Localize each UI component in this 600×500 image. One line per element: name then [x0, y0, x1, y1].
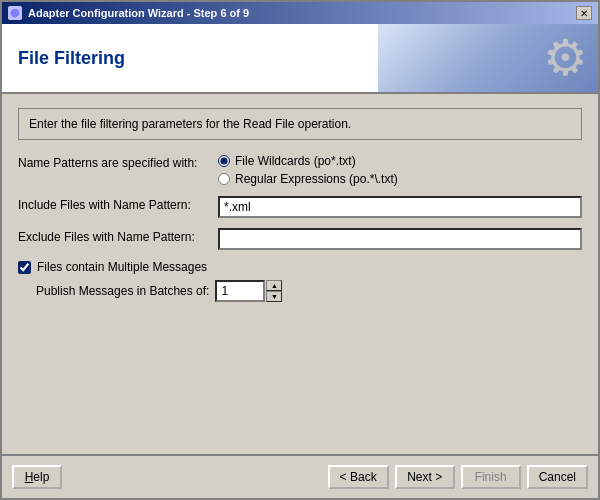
page-title: File Filtering [18, 48, 125, 69]
description-text: Enter the file filtering parameters for … [29, 117, 351, 131]
cancel-button[interactable]: Cancel [527, 465, 588, 489]
title-text: Adapter Configuration Wizard - Step 6 of… [28, 7, 249, 19]
header-area: File Filtering ⚙ [2, 24, 598, 94]
radio-regex[interactable]: Regular Expressions (po.*\.txt) [218, 172, 582, 186]
content-area: Enter the file filtering parameters for … [2, 94, 598, 454]
batch-size-input[interactable] [215, 280, 265, 302]
next-button[interactable]: Next > [395, 465, 455, 489]
radio-group: File Wildcards (po*.txt) Regular Express… [218, 154, 582, 186]
help-button[interactable]: Help [12, 465, 62, 489]
back-button[interactable]: < Back [328, 465, 389, 489]
title-bar-text: Adapter Configuration Wizard - Step 6 of… [8, 6, 249, 20]
include-label: Include Files with Name Pattern: [18, 196, 218, 212]
back-label: < Back [340, 470, 377, 484]
finish-label: Finish [475, 470, 507, 484]
name-patterns-row: Name Patterns are specified with: File W… [18, 154, 582, 186]
spinner-label: Publish Messages in Batches of: [36, 284, 209, 298]
footer-right: < Back Next > Finish Cancel [328, 465, 588, 489]
spinner-up-button[interactable]: ▲ [266, 280, 282, 291]
window-icon [8, 6, 22, 20]
cancel-label: Cancel [539, 470, 576, 484]
footer: Help < Back Next > Finish Cancel [2, 454, 598, 498]
multiple-messages-checkbox[interactable] [18, 261, 31, 274]
include-input[interactable] [218, 196, 582, 218]
spinner-down-button[interactable]: ▼ [266, 291, 282, 302]
radio-wildcards[interactable]: File Wildcards (po*.txt) [218, 154, 582, 168]
exclude-files-row: Exclude Files with Name Pattern: [18, 228, 582, 250]
description-box: Enter the file filtering parameters for … [18, 108, 582, 140]
title-bar-buttons: ✕ [576, 6, 592, 20]
radio-regex-input[interactable] [218, 173, 230, 185]
help-label: Help [25, 470, 50, 484]
footer-left: Help [12, 465, 62, 489]
radio-wildcards-label: File Wildcards (po*.txt) [235, 154, 356, 168]
include-files-row: Include Files with Name Pattern: [18, 196, 582, 218]
radio-regex-label: Regular Expressions (po.*\.txt) [235, 172, 398, 186]
title-bar: Adapter Configuration Wizard - Step 6 of… [2, 2, 598, 24]
exclude-label: Exclude Files with Name Pattern: [18, 228, 218, 244]
next-label: Next > [407, 470, 442, 484]
name-patterns-label: Name Patterns are specified with: [18, 154, 218, 170]
checkbox-label[interactable]: Files contain Multiple Messages [37, 260, 207, 274]
exclude-control [218, 228, 582, 250]
finish-button[interactable]: Finish [461, 465, 521, 489]
exclude-input[interactable] [218, 228, 582, 250]
checkbox-row: Files contain Multiple Messages [18, 260, 582, 274]
spinner-row: Publish Messages in Batches of: ▲ ▼ [36, 280, 582, 302]
include-control [218, 196, 582, 218]
radio-wildcards-input[interactable] [218, 155, 230, 167]
spinner-buttons: ▲ ▼ [266, 280, 282, 302]
spinner-wrapper: ▲ ▼ [215, 280, 282, 302]
close-button[interactable]: ✕ [576, 6, 592, 20]
svg-point-1 [11, 9, 20, 18]
gear-icon: ⚙ [543, 29, 588, 87]
main-window: Adapter Configuration Wizard - Step 6 of… [0, 0, 600, 500]
